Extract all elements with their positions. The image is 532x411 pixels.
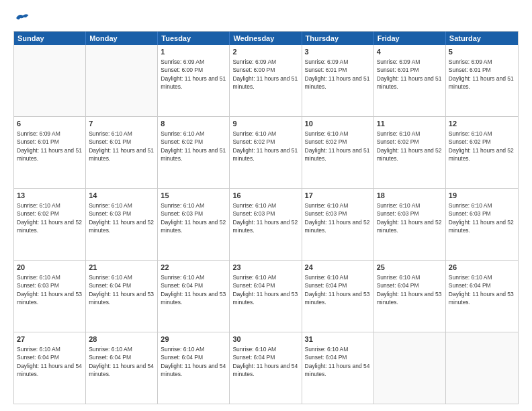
calendar-header: SundayMondayTuesdayWednesdayThursdayFrid… [14,32,518,45]
calendar-cell: 29Sunrise: 6:10 AMSunset: 6:04 PMDayligh… [158,332,230,404]
logo [13,12,30,24]
calendar-cell: 24Sunrise: 6:10 AMSunset: 6:04 PMDayligh… [302,261,374,332]
calendar-cell: 23Sunrise: 6:10 AMSunset: 6:04 PMDayligh… [230,261,302,332]
day-number: 3 [305,47,371,57]
day-number: 23 [232,263,298,273]
day-number: 26 [449,263,515,273]
day-number: 14 [89,191,154,201]
day-info: Sunrise: 6:10 AMSunset: 6:04 PMDaylight:… [305,274,370,306]
calendar-cell: 1Sunrise: 6:09 AMSunset: 6:00 PMDaylight… [158,45,230,116]
calendar-cell [446,332,518,404]
calendar-row-3: 20Sunrise: 6:10 AMSunset: 6:03 PMDayligh… [14,261,518,332]
weekday-header-monday: Monday [86,32,158,45]
day-info: Sunrise: 6:10 AMSunset: 6:03 PMDaylight:… [305,202,370,234]
day-number: 11 [377,119,443,129]
day-number: 28 [89,334,154,345]
logo-bird-icon [15,12,30,24]
calendar-row-1: 6Sunrise: 6:09 AMSunset: 6:01 PMDaylight… [14,117,518,189]
calendar-cell: 19Sunrise: 6:10 AMSunset: 6:03 PMDayligh… [446,189,518,260]
calendar-cell: 18Sunrise: 6:10 AMSunset: 6:03 PMDayligh… [374,189,446,260]
weekday-header-friday: Friday [374,32,446,45]
day-info: Sunrise: 6:10 AMSunset: 6:02 PMDaylight:… [377,130,442,162]
weekday-header-tuesday: Tuesday [158,32,230,45]
day-number: 25 [377,263,443,273]
day-info: Sunrise: 6:09 AMSunset: 6:01 PMDaylight:… [17,130,82,162]
day-info: Sunrise: 6:10 AMSunset: 6:03 PMDaylight:… [232,202,298,234]
day-info: Sunrise: 6:10 AMSunset: 6:03 PMDaylight:… [449,202,514,234]
day-info: Sunrise: 6:10 AMSunset: 6:03 PMDaylight:… [161,202,226,234]
calendar-cell: 2Sunrise: 6:09 AMSunset: 6:00 PMDaylight… [230,45,302,116]
calendar-cell: 21Sunrise: 6:10 AMSunset: 6:04 PMDayligh… [86,261,158,332]
day-info: Sunrise: 6:10 AMSunset: 6:03 PMDaylight:… [89,202,154,234]
calendar-cell: 15Sunrise: 6:10 AMSunset: 6:03 PMDayligh… [158,189,230,260]
calendar-cell: 10Sunrise: 6:10 AMSunset: 6:02 PMDayligh… [302,117,374,188]
calendar-cell: 11Sunrise: 6:10 AMSunset: 6:02 PMDayligh… [374,117,446,188]
calendar-cell: 5Sunrise: 6:09 AMSunset: 6:01 PMDaylight… [446,45,518,116]
calendar-cell: 30Sunrise: 6:10 AMSunset: 6:04 PMDayligh… [230,332,302,404]
day-number: 27 [17,334,83,345]
day-number: 21 [89,263,154,273]
calendar-cell: 13Sunrise: 6:10 AMSunset: 6:02 PMDayligh… [14,189,86,260]
day-number: 10 [305,119,371,129]
day-number: 18 [377,191,443,201]
day-number: 16 [232,191,298,201]
calendar-cell: 28Sunrise: 6:10 AMSunset: 6:04 PMDayligh… [86,332,158,404]
day-info: Sunrise: 6:10 AMSunset: 6:04 PMDaylight:… [161,346,226,377]
day-info: Sunrise: 6:09 AMSunset: 6:01 PMDaylight:… [377,58,442,90]
day-info: Sunrise: 6:10 AMSunset: 6:04 PMDaylight:… [232,346,298,377]
day-info: Sunrise: 6:10 AMSunset: 6:04 PMDaylight:… [89,346,154,377]
day-info: Sunrise: 6:10 AMSunset: 6:02 PMDaylight:… [305,130,370,162]
calendar-cell: 4Sunrise: 6:09 AMSunset: 6:01 PMDaylight… [374,45,446,116]
day-info: Sunrise: 6:10 AMSunset: 6:04 PMDaylight:… [232,274,298,306]
day-info: Sunrise: 6:10 AMSunset: 6:04 PMDaylight:… [377,274,442,306]
day-number: 19 [449,191,515,201]
day-number: 6 [17,119,83,129]
calendar-body: 1Sunrise: 6:09 AMSunset: 6:00 PMDaylight… [14,45,518,404]
calendar-cell [86,45,158,116]
weekday-header-sunday: Sunday [14,32,86,45]
day-info: Sunrise: 6:09 AMSunset: 6:00 PMDaylight:… [161,58,226,90]
calendar-row-4: 27Sunrise: 6:10 AMSunset: 6:04 PMDayligh… [14,332,518,404]
calendar-cell: 26Sunrise: 6:10 AMSunset: 6:04 PMDayligh… [446,261,518,332]
calendar-cell: 9Sunrise: 6:10 AMSunset: 6:02 PMDaylight… [230,117,302,188]
day-info: Sunrise: 6:10 AMSunset: 6:02 PMDaylight:… [449,130,514,162]
day-number: 30 [232,334,298,345]
calendar-grid: SundayMondayTuesdayWednesdayThursdayFrid… [13,31,519,404]
weekday-header-wednesday: Wednesday [230,32,302,45]
day-info: Sunrise: 6:10 AMSunset: 6:04 PMDaylight:… [161,274,226,306]
calendar-cell: 8Sunrise: 6:10 AMSunset: 6:02 PMDaylight… [158,117,230,188]
day-number: 5 [449,47,515,57]
day-number: 20 [17,263,83,273]
calendar-cell: 17Sunrise: 6:10 AMSunset: 6:03 PMDayligh… [302,189,374,260]
calendar-page: SundayMondayTuesdayWednesdayThursdayFrid… [0,0,532,411]
calendar-row-0: 1Sunrise: 6:09 AMSunset: 6:00 PMDaylight… [14,45,518,117]
calendar-cell [374,332,446,404]
day-number: 4 [377,47,443,57]
day-number: 22 [161,263,226,273]
calendar-cell: 20Sunrise: 6:10 AMSunset: 6:03 PMDayligh… [14,261,86,332]
calendar-cell: 16Sunrise: 6:10 AMSunset: 6:03 PMDayligh… [230,189,302,260]
day-info: Sunrise: 6:10 AMSunset: 6:03 PMDaylight:… [17,274,82,306]
day-number: 31 [305,334,371,345]
day-number: 12 [449,119,515,129]
calendar-cell: 7Sunrise: 6:10 AMSunset: 6:01 PMDaylight… [86,117,158,188]
calendar-cell: 27Sunrise: 6:10 AMSunset: 6:04 PMDayligh… [14,332,86,404]
calendar-cell: 3Sunrise: 6:09 AMSunset: 6:01 PMDaylight… [302,45,374,116]
day-number: 8 [161,119,226,129]
page-header [13,12,519,24]
calendar-cell: 6Sunrise: 6:09 AMSunset: 6:01 PMDaylight… [14,117,86,188]
day-info: Sunrise: 6:10 AMSunset: 6:04 PMDaylight:… [449,274,514,306]
day-number: 29 [161,334,226,345]
day-info: Sunrise: 6:10 AMSunset: 6:01 PMDaylight:… [89,130,154,162]
calendar-row-2: 13Sunrise: 6:10 AMSunset: 6:02 PMDayligh… [14,189,518,261]
day-number: 9 [232,119,298,129]
calendar-cell: 12Sunrise: 6:10 AMSunset: 6:02 PMDayligh… [446,117,518,188]
day-info: Sunrise: 6:10 AMSunset: 6:04 PMDaylight:… [305,346,370,377]
day-number: 7 [89,119,154,129]
day-info: Sunrise: 6:10 AMSunset: 6:02 PMDaylight:… [161,130,226,162]
day-info: Sunrise: 6:10 AMSunset: 6:04 PMDaylight:… [17,346,82,377]
calendar-cell [14,45,86,116]
day-info: Sunrise: 6:10 AMSunset: 6:04 PMDaylight:… [89,274,154,306]
calendar-cell: 25Sunrise: 6:10 AMSunset: 6:04 PMDayligh… [374,261,446,332]
day-info: Sunrise: 6:10 AMSunset: 6:02 PMDaylight:… [17,202,82,234]
